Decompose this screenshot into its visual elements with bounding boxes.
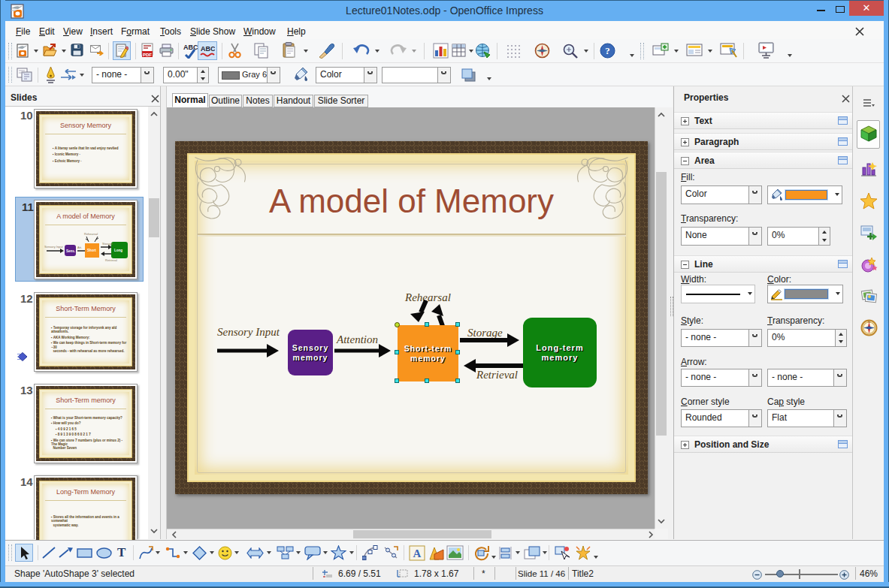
svg-text:PDF: PDF — [143, 53, 152, 57]
svg-text:Rehearsal: Rehearsal — [84, 232, 98, 236]
svg-text:Storage: Storage — [102, 242, 113, 246]
svg-text:Short: Short — [87, 249, 96, 252]
svg-text:ABC: ABC — [201, 45, 215, 53]
svg-text:Retrieval: Retrieval — [105, 258, 117, 262]
svg-text:Long: Long — [114, 249, 122, 252]
svg-text:?: ? — [605, 45, 610, 56]
svg-text:ABC: ABC — [183, 44, 198, 51]
svg-text:Att.: Att. — [77, 246, 82, 249]
svg-text:N: N — [868, 320, 870, 324]
svg-text:Sensory Input: Sensory Input — [44, 245, 64, 249]
svg-text:Sens.: Sens. — [66, 249, 75, 253]
svg-text:A: A — [413, 547, 422, 559]
